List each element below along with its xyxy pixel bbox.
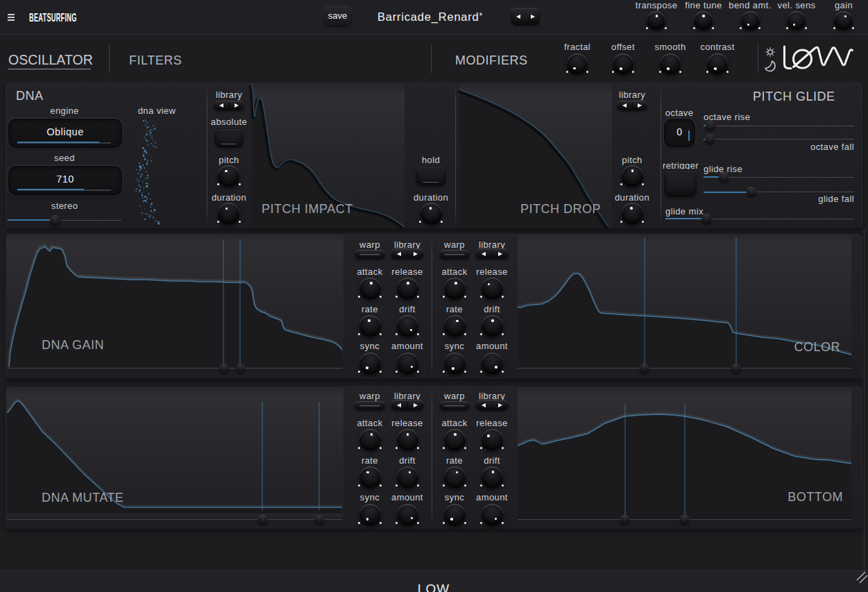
svg-text:COLOR: COLOR	[794, 340, 840, 354]
svg-text:DNA MUTATE: DNA MUTATE	[42, 491, 124, 505]
svg-text:DNA GAIN: DNA GAIN	[42, 338, 104, 352]
svg-text:BOTTOM: BOTTOM	[788, 490, 843, 504]
